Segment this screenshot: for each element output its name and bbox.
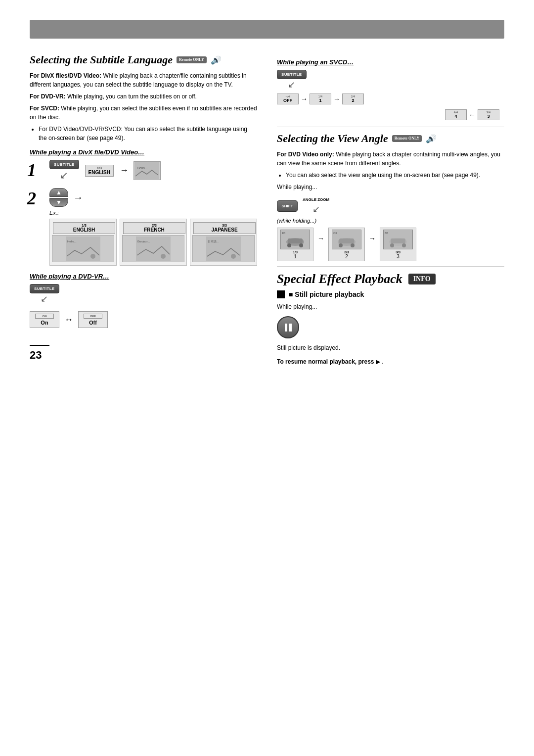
svg-point-21 [339,243,343,247]
angle-label-1: 1/3 [293,250,298,254]
ex-screen-2: 2/3 FRENCH [123,222,185,234]
off-label: Off [89,320,97,326]
dvd-vr-para: For DVD-VR: While playing, you can turn … [30,92,257,101]
svg-rect-26 [391,238,405,243]
dvd-vr-subheader: While playing a DVD-VR… [30,273,257,280]
angle-arrow-2: → [369,235,376,242]
angle-screen-2: 2/3 [332,230,361,249]
nav-down-btn[interactable]: ▼ [49,198,68,207]
svg-point-4 [90,254,95,259]
angle-label: For DVD Video only: [277,151,334,158]
step1-button-row: SUBTITLE ↙ 1/3 ENGLISH → [49,160,257,181]
subtitle-body: For DivX files/DVD Video: While playing … [30,71,257,142]
page-container: Selecting the Subtitle Language Remote O… [0,0,534,756]
angle-screen-3: 3/3 [383,230,413,249]
view-angle-title-text: Selecting the View Angle [277,132,388,145]
svcd-subheader: While playing an SVCD… [277,58,504,66]
svg-rect-29 [285,324,287,331]
svcd-screen-off: –/4 OFF [277,94,299,104]
speaker-icon: 🔊 [211,55,221,65]
step2-number: 2 [27,188,36,209]
svcd-screen-3: 3/4 3 [478,109,499,120]
subtitle-language-title: Selecting the Subtitle Language Remote O… [30,53,257,66]
step1-block: 1 SUBTITLE ↙ 1/3 ENGLISH → [30,160,257,181]
section-divider-1 [277,127,504,127]
resume-text: To resume normal playback, press ▶ . [277,357,504,366]
dvd-vr-label: For DVD-VR: [30,93,66,100]
svg-rect-14 [288,238,303,243]
step2-nav-buttons: ▲ ▼ [49,188,68,207]
shift-zoom-row: SHIFT ANGLE ZOOM ↙ [277,197,504,215]
angle-body: For DVD Video only: While playing back a… [277,150,504,191]
step2-content: ▲ ▼ → Ex.: 1/3 ENGLISH [49,188,257,266]
svg-point-28 [402,243,406,247]
example-cell-3: 3/3 JAPANESE 日本語... [190,219,257,266]
play-arrow: ▶ [376,358,380,365]
svcd-subtitle-button[interactable]: SUBTITLE [277,70,307,79]
right-column: While playing an SVCD… SUBTITLE ↙ –/4 OF… [277,53,504,372]
svg-text:日本語...: 日本語... [208,240,219,243]
still-picture-body: While playing... Still picture is displa… [277,302,504,366]
still-picture-caption: Still picture is displayed. [277,343,504,352]
resume-period: . [382,358,383,365]
svcd-screen-4: 4/4 4 [445,109,467,120]
example-cell-1: 1/3 ENGLISH Hello... [49,219,117,266]
angle-num-1: 1 [294,254,297,259]
step1-arrow-down: ↙ [60,169,68,181]
pause-button[interactable] [277,316,299,338]
angle-cell-3: 3/3 3/3 3 [380,228,416,261]
dvd-vr-button-col: SUBTITLE ↙ [30,284,59,304]
svcd-arrow: ↙ [288,79,295,90]
subtitle-language-title-text: Selecting the Subtitle Language [30,53,173,66]
remote-only-badge: Remote ONLY [177,56,207,63]
pause-button-area [277,316,504,338]
on-state-box: ON On [30,311,59,328]
zoom-label-area: ANGLE ZOOM ↙ [303,197,329,215]
angle-cell-1: 1/3 1/3 1 [277,228,313,261]
svcd-diagram: SUBTITLE ↙ –/4 OFF → 1/4 1 [277,70,504,122]
ex-img-1: Hello... [52,235,114,262]
nav-up-btn[interactable]: ▲ [49,188,68,197]
while-holding-text: (while holding...) [277,218,504,224]
info-badge: INFO [408,274,436,284]
svg-point-10 [231,254,236,259]
svcd-label: For SVCD: [30,105,59,112]
svg-text:Bonjour...: Bonjour... [137,240,150,243]
resume-text-bold: To resume normal playback, press [277,358,376,365]
content-area: Selecting the Subtitle Language Remote O… [30,53,504,372]
off-indicator: OFF [84,314,102,319]
svcd-button-row: SUBTITLE ↙ [277,70,307,90]
step1-number: 1 [27,160,36,181]
angle-para: For DVD Video only: While playing back a… [277,150,504,168]
example-grid: 1/3 ENGLISH Hello... [49,219,257,266]
svcd-screen-2: 2/4 2 [342,94,364,104]
still-picture-header: ■ Still picture playback [277,290,504,298]
svcd-arrow-1: → [301,95,308,103]
angle-speaker-icon: 🔊 [426,134,436,143]
on-indicator: ON [35,314,54,319]
svg-point-15 [287,243,291,247]
dvd-vr-diagram: SUBTITLE ↙ ON On ↔ OFF Off [30,284,257,332]
svg-text:3/3: 3/3 [385,232,388,235]
svg-point-22 [351,243,355,247]
dvd-vr-subtitle-button[interactable]: SUBTITLE [30,284,59,293]
while-playing-text: While playing... [277,183,504,191]
shift-button[interactable]: SHIFT [277,200,298,212]
angle-label-3: 3/3 [396,250,400,254]
still-picture-while-playing: While playing... [277,302,504,311]
svcd-content: SUBTITLE ↙ –/4 OFF → 1/4 1 [277,70,504,122]
subtitle-button-step1[interactable]: SUBTITLE [49,160,79,169]
svg-point-7 [161,254,166,259]
svcd-screen-1: 1/4 1 [310,94,331,104]
screen-label-1-3: 1/3 [89,166,110,170]
svg-text:1/3: 1/3 [282,232,285,235]
left-column: Selecting the Subtitle Language Remote O… [30,53,257,372]
black-square-icon [277,290,285,298]
section-divider-2 [277,266,504,267]
angle-label-2: 2/3 [344,250,349,254]
ex-img-2: Bonjour... [122,235,184,262]
ex-screen-3: 3/3 JAPANESE [193,222,256,234]
svg-text:Hello...: Hello... [137,166,148,170]
angle-bullet-1: You can also select the view angle using… [286,171,504,180]
angle-num-3: 3 [397,254,400,259]
